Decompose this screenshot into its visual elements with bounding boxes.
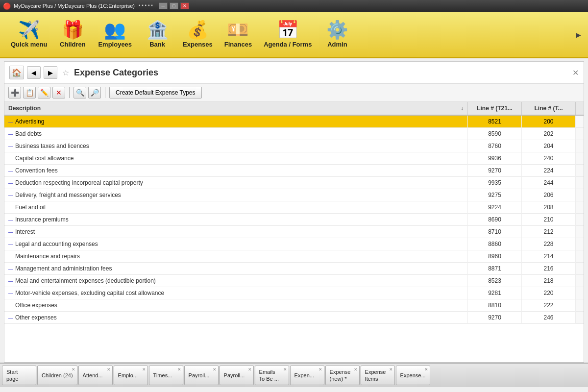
table-row[interactable]: —Interest 8710 212	[4, 226, 584, 238]
task-label: Start	[6, 368, 18, 375]
sidebar-item-finances[interactable]: 💴 Finances	[219, 18, 258, 51]
task-close-button[interactable]: ✕	[72, 367, 75, 372]
taskbar-item-emplo-tab[interactable]: Emplo...✕	[114, 366, 148, 385]
cell-description: —Business taxes and licences	[4, 140, 468, 152]
cell-description: —Deduction respecting incorporeal capita…	[4, 177, 468, 189]
minimize-button[interactable]: ─	[159, 2, 168, 9]
task-close-button[interactable]: ✕	[389, 367, 393, 372]
task-label: Expense	[365, 368, 386, 375]
taskbar-item-expen-tab[interactable]: Expen...✕	[290, 366, 324, 385]
taskbar-item-attend-tab[interactable]: Attend...✕	[78, 366, 113, 385]
table-row[interactable]: —Motor-vehicle expenses, excluding capit…	[4, 287, 584, 299]
col-line1[interactable]: Line # (T21...	[468, 102, 522, 115]
task-close-button[interactable]: ✕	[248, 367, 252, 372]
back-button[interactable]: ◀	[27, 66, 41, 79]
search-button[interactable]: 🔍	[74, 87, 86, 98]
sidebar-item-quick-menu[interactable]: ✈️ Quick menu	[5, 18, 53, 51]
taskbar-item-expense-cat-tab[interactable]: Expense...✕	[396, 366, 430, 385]
favorite-button[interactable]: ☆	[62, 68, 69, 77]
task-close-button[interactable]: ✕	[424, 367, 428, 372]
row-spacer	[576, 275, 584, 287]
page-title: Expense Categories	[74, 68, 569, 78]
delete-button[interactable]: ✕	[52, 87, 65, 98]
menu-more-arrow[interactable]: ▶	[574, 26, 583, 44]
forward-button[interactable]: ▶	[44, 66, 57, 79]
taskbar-item-start-page[interactable]: Startpage	[2, 366, 36, 385]
taskbar-item-payroll2-tab[interactable]: Payroll...✕	[220, 366, 254, 385]
table-row[interactable]: —Meal and entertainment expenses (deduct…	[4, 275, 584, 287]
task-close-button[interactable]: ✕	[177, 367, 181, 372]
copy-button[interactable]: 📋	[23, 87, 36, 98]
app-icon: 🔴	[3, 2, 11, 10]
cell-description: —Maintenance and repairs	[4, 250, 468, 263]
task-label: Attend...	[83, 372, 103, 379]
expenses-icon: 💰	[187, 21, 209, 39]
taskbar-item-emails-tab[interactable]: EmailsTo Be ...✕	[255, 366, 289, 385]
bank-icon: 🏦	[147, 21, 169, 39]
row-spacer	[576, 165, 584, 177]
taskbar-item-expense-new-tab[interactable]: Expense(new) *✕	[325, 366, 360, 385]
cell-line2: 218	[522, 275, 576, 287]
home-button[interactable]: 🏠	[9, 66, 24, 79]
cell-line2: 216	[522, 263, 576, 275]
task-close-button[interactable]: ✕	[213, 367, 217, 372]
cell-line2: 224	[522, 165, 576, 177]
task-close-button[interactable]: ✕	[318, 367, 322, 372]
cell-description: —Bad debts	[4, 128, 468, 140]
cell-line2: 200	[522, 115, 576, 128]
table-row[interactable]: —Delivery, freight and messenger service…	[4, 189, 584, 201]
sidebar-item-employees[interactable]: 👥 Employees	[92, 18, 138, 51]
sort-icon[interactable]: ↓	[461, 105, 464, 112]
create-default-button[interactable]: Create Default Expense Types	[109, 87, 202, 98]
cell-line2: 210	[522, 214, 576, 226]
table-row[interactable]: —Business taxes and licences 8760 204	[4, 140, 584, 152]
table-row[interactable]: —Deduction respecting incorporeal capita…	[4, 177, 584, 189]
task-close-button[interactable]: ✕	[107, 367, 111, 372]
task-close-button[interactable]: ✕	[142, 367, 146, 372]
taskbar-item-times-tab[interactable]: Times...✕	[149, 366, 183, 385]
table-row[interactable]: —Insurance premiums 8690 210	[4, 214, 584, 226]
taskbar-item-children-tab[interactable]: Children (24)✕	[37, 366, 77, 385]
col-line2[interactable]: Line # (T...	[522, 102, 576, 115]
page-close-button[interactable]: ✕	[572, 68, 579, 77]
table-row[interactable]: —Maintenance and repairs 8960 214	[4, 250, 584, 263]
edit-button[interactable]: ✏️	[38, 87, 50, 98]
table-row[interactable]: —Capital cost allowance 9936 240	[4, 152, 584, 165]
sidebar-item-agenda[interactable]: 📅 Agenda / Forms	[258, 18, 318, 51]
row-spacer	[576, 250, 584, 263]
cell-description: —Meal and entertainment expenses (deduct…	[4, 275, 468, 287]
cell-description: —Convention fees	[4, 165, 468, 177]
table-row[interactable]: —Bad debts 8590 202	[4, 128, 584, 140]
row-icon: —	[8, 119, 13, 124]
table-row[interactable]: —Management and administration fees 8871…	[4, 263, 584, 275]
close-button[interactable]: ✕	[180, 2, 189, 9]
cell-line1: 9224	[468, 201, 522, 214]
task-close-button[interactable]: ✕	[354, 367, 358, 372]
table-row[interactable]: —Legal and accounting expenses 8860 228	[4, 238, 584, 250]
table-row[interactable]: —Advertising 8521 200	[4, 115, 584, 128]
cell-line1: 8871	[468, 263, 522, 275]
table-row[interactable]: —Fuel and oil 9224 208	[4, 201, 584, 214]
sidebar-item-expenses[interactable]: 💰 Expenses	[177, 18, 219, 51]
task-close-button[interactable]: ✕	[283, 367, 287, 372]
col-description[interactable]: Description ↓	[4, 102, 468, 115]
sidebar-item-bank[interactable]: 🏦 Bank	[138, 18, 177, 51]
filter-button[interactable]: 🔎	[88, 87, 101, 98]
expense-table: Description ↓ Line # (T21... Line # (T..…	[4, 102, 584, 362]
table-row[interactable]: —Other expenses 9270 246	[4, 312, 584, 324]
taskbar-item-expense-items-tab[interactable]: ExpenseItems✕	[361, 366, 395, 385]
maximize-button[interactable]: □	[170, 2, 178, 9]
finances-icon: 💴	[227, 21, 249, 39]
sidebar-item-admin[interactable]: ⚙️ Admin	[318, 18, 357, 51]
children-icon: 🎁	[62, 21, 84, 39]
cell-line2: 222	[522, 299, 576, 312]
table-row[interactable]: —Office expenses 8810 222	[4, 299, 584, 312]
row-icon: —	[8, 131, 13, 137]
table-row[interactable]: —Convention fees 9270 224	[4, 165, 584, 177]
row-icon: —	[8, 229, 13, 235]
add-button[interactable]: ➕	[8, 87, 21, 98]
sidebar-item-children[interactable]: 🎁 Children	[53, 18, 92, 51]
row-icon: —	[8, 205, 13, 210]
taskbar-item-payroll1-tab[interactable]: Payroll...✕	[184, 366, 219, 385]
task-label: Expen...	[294, 372, 314, 379]
